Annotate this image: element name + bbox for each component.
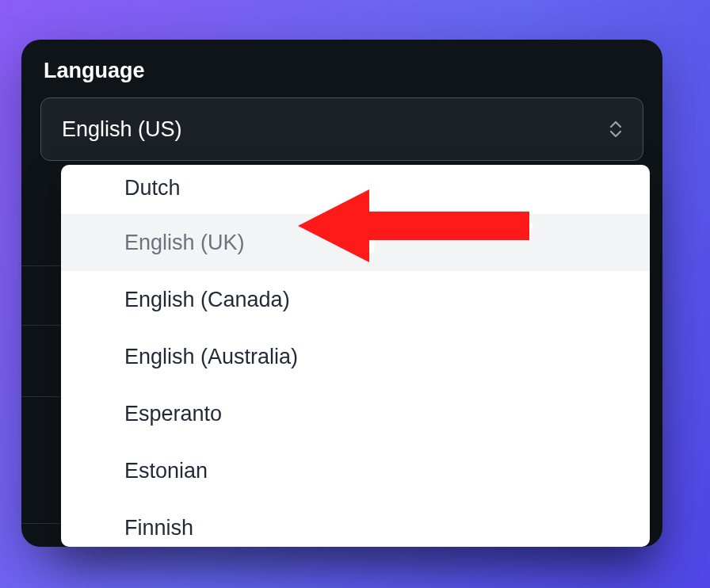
- language-select[interactable]: English (US): [40, 97, 643, 161]
- obscured-divider: [21, 396, 63, 397]
- option-label: Estonian: [124, 459, 208, 483]
- select-value: English (US): [62, 117, 182, 142]
- option-esperanto[interactable]: Esperanto: [61, 385, 650, 442]
- language-dropdown: Dutch English (UK) English (Canada) Engl…: [61, 165, 650, 547]
- option-english-australia[interactable]: English (Australia): [61, 328, 650, 385]
- option-label: English (UK): [124, 231, 245, 255]
- chevron-up-down-icon: [609, 120, 622, 138]
- panel-title: Language: [44, 59, 643, 83]
- option-estonian[interactable]: Estonian: [61, 442, 650, 499]
- option-label: Dutch: [124, 176, 181, 200]
- option-english-uk[interactable]: English (UK): [61, 214, 650, 271]
- option-label: English (Canada): [124, 288, 290, 312]
- obscured-divider: [21, 325, 63, 326]
- option-label: English (Australia): [124, 345, 298, 369]
- option-dutch[interactable]: Dutch: [61, 165, 650, 214]
- option-finnish[interactable]: Finnish: [61, 499, 650, 547]
- option-english-canada[interactable]: English (Canada): [61, 271, 650, 328]
- option-label: Finnish: [124, 516, 193, 540]
- obscured-divider: [21, 523, 63, 524]
- option-label: Esperanto: [124, 402, 222, 426]
- obscured-divider: [21, 265, 63, 266]
